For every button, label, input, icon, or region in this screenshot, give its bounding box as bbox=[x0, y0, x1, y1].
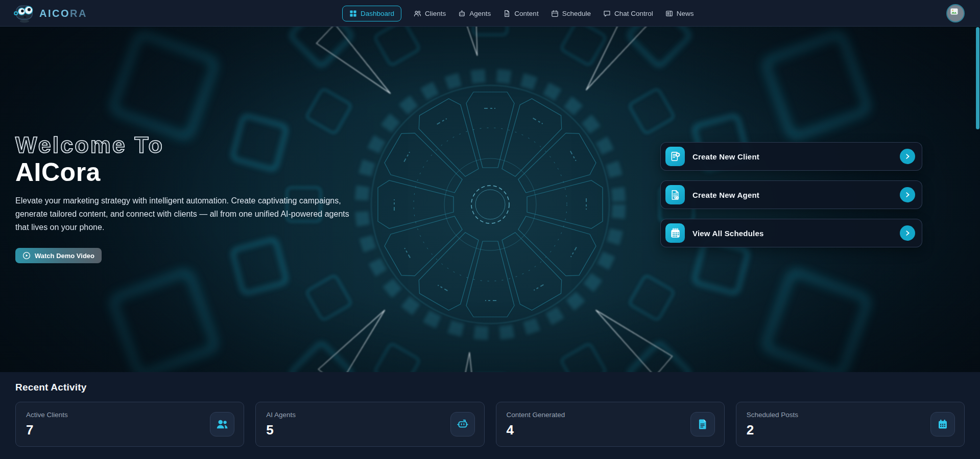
recent-activity-section: Recent Activity Active Clients 7 AI Agen… bbox=[0, 382, 980, 447]
main-nav: Dashboard Clients Agents Content Schedul… bbox=[342, 0, 694, 27]
stat-value: 4 bbox=[507, 422, 714, 438]
stat-value: 5 bbox=[266, 422, 473, 438]
nav-item-label: News bbox=[677, 10, 694, 17]
stat-card-content-generated: Content Generated 4 bbox=[496, 402, 725, 447]
nav-item-dashboard[interactable]: Dashboard bbox=[342, 6, 401, 21]
top-navbar: AICORA Dashboard Clients Agents Content bbox=[0, 0, 980, 27]
calendar-icon bbox=[930, 412, 955, 437]
chevron-right-icon bbox=[904, 230, 911, 237]
stat-card-ai-agents: AI Agents 5 bbox=[255, 402, 484, 447]
content-file-icon bbox=[503, 10, 511, 17]
nav-item-label: Agents bbox=[469, 10, 491, 17]
hero-title-solid: AICora bbox=[15, 159, 349, 186]
create-new-client-card[interactable]: Create New Client bbox=[660, 142, 922, 171]
hero-description-line: generate tailored content, and connect w… bbox=[15, 208, 349, 221]
stats-row: Active Clients 7 AI Agents 5 bbox=[15, 402, 965, 447]
stat-card-scheduled-posts: Scheduled Posts 2 bbox=[736, 402, 965, 447]
nav-item-chat-control[interactable]: Chat Control bbox=[603, 10, 653, 17]
nav-item-label: Chat Control bbox=[614, 10, 653, 17]
hero-description-line: that lives on your phone. bbox=[15, 221, 349, 234]
dashboard-grid-icon bbox=[349, 10, 357, 17]
calendar-grid-icon bbox=[665, 223, 685, 243]
nav-item-label: Clients bbox=[425, 10, 446, 17]
news-paper-icon bbox=[665, 10, 673, 17]
action-card-label: Create New Agent bbox=[692, 191, 759, 199]
nav-item-content[interactable]: Content bbox=[503, 10, 538, 17]
stat-value: 7 bbox=[26, 422, 233, 438]
users-icon bbox=[210, 412, 234, 437]
hero-description: Elevate your marketing strategy with int… bbox=[15, 194, 349, 234]
create-new-agent-chevron-button[interactable] bbox=[900, 187, 915, 202]
hero-description-line: Elevate your marketing strategy with int… bbox=[15, 194, 349, 208]
hero-section: Welcome To AICora Elevate your marketing… bbox=[0, 27, 980, 372]
view-all-schedules-card[interactable]: View All Schedules bbox=[660, 219, 922, 247]
user-avatar[interactable] bbox=[946, 4, 965, 22]
nav-item-agents[interactable]: Agents bbox=[458, 10, 491, 17]
stat-label: AI Agents bbox=[266, 411, 473, 419]
stat-label: Scheduled Posts bbox=[747, 411, 954, 419]
brand-logo[interactable]: AICORA bbox=[13, 4, 87, 23]
stat-value: 2 bbox=[747, 422, 954, 438]
hero-title-outline: Welcome To bbox=[15, 133, 349, 157]
quick-actions-panel: Create New Client Create New Agent bbox=[660, 142, 922, 247]
stat-label: Content Generated bbox=[507, 411, 714, 419]
action-card-label: View All Schedules bbox=[692, 229, 764, 238]
nav-item-label: Schedule bbox=[562, 10, 591, 17]
stat-card-active-clients: Active Clients 7 bbox=[15, 402, 244, 447]
chevron-right-icon bbox=[904, 191, 911, 198]
play-circle-icon bbox=[22, 251, 31, 260]
robot-logo-icon bbox=[13, 4, 35, 23]
recent-activity-heading: Recent Activity bbox=[15, 382, 965, 393]
robot-icon bbox=[450, 412, 475, 437]
nav-item-clients[interactable]: Clients bbox=[414, 10, 446, 17]
watch-demo-video-label: Watch Demo Video bbox=[35, 252, 94, 260]
chat-bubble-icon bbox=[603, 10, 611, 17]
stat-label: Active Clients bbox=[26, 411, 233, 419]
hero-text-block: Welcome To AICora Elevate your marketing… bbox=[15, 133, 349, 263]
schedule-calendar-icon bbox=[551, 10, 559, 17]
create-new-agent-card[interactable]: Create New Agent bbox=[660, 180, 922, 209]
view-all-schedules-chevron-button[interactable] bbox=[900, 225, 915, 241]
nav-item-label: Content bbox=[514, 10, 538, 17]
document-plus-icon bbox=[665, 147, 685, 166]
action-card-label: Create New Client bbox=[692, 152, 759, 161]
document-eye-icon bbox=[665, 185, 685, 204]
chevron-right-icon bbox=[904, 153, 911, 160]
nav-item-schedule[interactable]: Schedule bbox=[551, 10, 591, 17]
create-new-client-chevron-button[interactable] bbox=[900, 149, 915, 164]
watch-demo-video-button[interactable]: Watch Demo Video bbox=[15, 248, 102, 263]
clients-people-icon bbox=[414, 10, 421, 17]
broken-image-icon bbox=[950, 8, 958, 15]
agent-robot-icon bbox=[458, 10, 466, 17]
nav-item-news[interactable]: News bbox=[665, 10, 694, 17]
nav-item-label: Dashboard bbox=[361, 10, 394, 17]
brand-name: AICORA bbox=[39, 8, 87, 18]
vertical-scrollbar-thumb[interactable] bbox=[976, 27, 979, 129]
document-icon bbox=[690, 412, 715, 437]
